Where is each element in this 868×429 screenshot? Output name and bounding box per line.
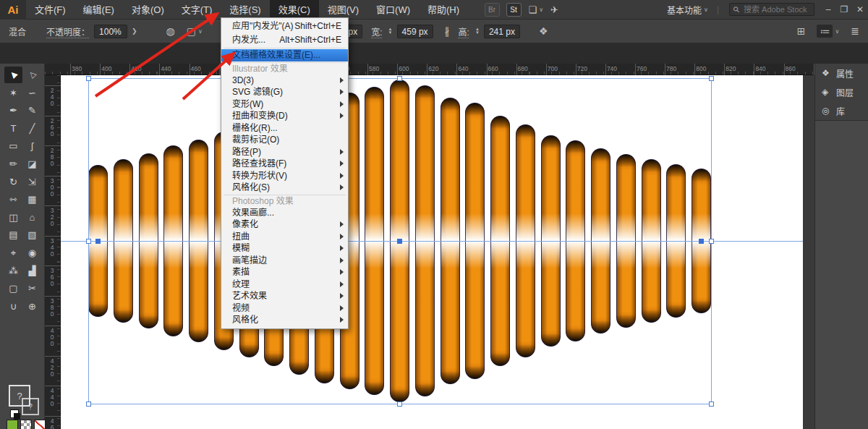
mesh-tool[interactable]: ▤ (4, 226, 22, 243)
zoom-tool[interactable]: ⊕ (23, 298, 41, 315)
transform-reference-icon[interactable]: ❖ (539, 25, 548, 37)
arrange-documents-icon[interactable]: ❏ (529, 4, 537, 15)
gradient-tool[interactable]: ▧ (23, 226, 41, 243)
artboard-tool[interactable]: ▢ (4, 280, 22, 297)
width-tool[interactable]: ⇿ (4, 191, 22, 208)
menubar-item-7[interactable]: 窗口(W) (367, 0, 419, 20)
scale-tool[interactable]: ⇲ (23, 174, 41, 190)
menubar-item-1[interactable]: 编辑(E) (75, 0, 123, 20)
color-swatch[interactable] (7, 420, 18, 429)
rectangle-tool[interactable]: ▭ (4, 137, 22, 154)
menu-item-14[interactable]: 转换为形状(V) (221, 170, 348, 182)
menu-item-7[interactable]: SVG 滤镜(G) (221, 86, 348, 98)
menu-item-1[interactable]: 内发光...Alt+Shift+Ctrl+E (221, 33, 348, 47)
selection-handle-2[interactable] (709, 76, 714, 81)
menubar-item-3[interactable]: 文字(T) (173, 0, 221, 20)
menubar-item-4[interactable]: 选择(S) (221, 0, 269, 20)
selection-handle-1[interactable] (397, 76, 402, 81)
menubar-item-2[interactable]: 对象(O) (123, 0, 173, 20)
curvature-tool[interactable]: ✎ (23, 102, 41, 119)
type-tool[interactable]: T (4, 120, 22, 137)
menu-item-21[interactable]: 模糊 (221, 242, 348, 255)
hand-tool[interactable]: ∪ (4, 298, 22, 315)
grid-options-icon[interactable]: ⊞ (797, 25, 806, 37)
menu-item-24[interactable]: 纹理 (221, 279, 348, 291)
menu-item-10[interactable]: 栅格化(R)... (221, 122, 348, 135)
menu-item-18[interactable]: 效果画廊... (221, 207, 348, 219)
menu-item-19[interactable]: 像素化 (221, 218, 348, 231)
menubar-item-8[interactable]: 帮助(H) (419, 0, 468, 20)
direct-selection-tool[interactable]: ▷ (23, 67, 41, 83)
menu-item-15[interactable]: 风格化(S) (221, 182, 348, 194)
panel-tab-0[interactable]: ❖属性 (815, 64, 868, 82)
close-button[interactable]: ✕ (852, 0, 868, 20)
opacity-menu-arrow[interactable]: ❯ (132, 27, 137, 35)
search-input[interactable] (742, 4, 812, 14)
symbol-sprayer-tool[interactable]: ⁂ (4, 263, 22, 279)
menu-item-6[interactable]: 3D(3) (221, 75, 348, 87)
bounding-box-icon[interactable]: ▢ (187, 25, 196, 37)
column-graph-tool[interactable]: ▟ (23, 263, 41, 279)
menu-item-11[interactable]: 裁剪标记(O) (221, 134, 348, 146)
selection-tool[interactable]: ▶ (4, 67, 22, 83)
gradient-swatch[interactable] (20, 420, 32, 429)
minimize-button[interactable]: – (820, 0, 836, 20)
slice-tool[interactable]: ✂ (23, 280, 41, 297)
bridge-icon[interactable]: Br (485, 3, 500, 17)
menu-item-3[interactable]: 文档栅格效果设置(E)... (221, 49, 348, 61)
width-stepper[interactable]: ▲▼ (388, 27, 393, 35)
selection-handle-0[interactable] (86, 76, 91, 81)
share-icon[interactable]: ✈ (550, 4, 558, 15)
anchor-point-24[interactable] (699, 239, 704, 244)
pen-tool[interactable]: ✒ (4, 102, 22, 119)
menubar-item-6[interactable]: 视图(V) (319, 0, 367, 20)
magic-wand-tool[interactable]: ✶ (4, 85, 22, 101)
restore-button[interactable]: ❐ (836, 0, 852, 20)
lasso-tool[interactable]: ∽ (23, 85, 41, 101)
unlink-dimensions-icon[interactable]: ∦ (445, 25, 450, 37)
fill-indicator[interactable]: ? (9, 385, 30, 407)
opacity-label[interactable]: 不透明度： (46, 25, 90, 38)
line-segment-tool[interactable]: ╱ (23, 120, 41, 137)
panel-layout-icon[interactable]: ≔ (817, 25, 833, 38)
selection-handle-5[interactable] (86, 402, 91, 407)
menu-item-12[interactable]: 路径(P) (221, 146, 348, 158)
height-label[interactable]: 高: (459, 25, 469, 38)
list-options-icon[interactable]: ≣ (851, 25, 859, 37)
selection-handle-3[interactable] (86, 239, 91, 244)
menu-item-25[interactable]: 艺术效果 (221, 290, 348, 302)
anchor-point-12[interactable] (397, 239, 402, 244)
rotate-tool[interactable]: ↻ (4, 174, 22, 190)
width-label[interactable]: 宽: (371, 25, 382, 38)
menu-item-23[interactable]: 素描 (221, 266, 348, 279)
default-fill-stroke-icon[interactable] (10, 409, 19, 418)
blend-tool[interactable]: ◉ (23, 245, 41, 261)
height-field[interactable]: 241 px (484, 25, 520, 38)
eyedropper-tool[interactable]: ⌖ (4, 245, 22, 261)
selection-handle-4[interactable] (709, 239, 714, 244)
selection-handle-7[interactable] (709, 402, 714, 407)
width-field[interactable]: 459 px (397, 25, 433, 38)
menu-item-27[interactable]: 风格化 (221, 314, 348, 326)
perspective-grid-tool[interactable]: ⌂ (23, 209, 41, 226)
menubar-item-0[interactable]: 文件(F) (26, 0, 75, 20)
menu-item-13[interactable]: 路径查找器(F) (221, 158, 348, 170)
workspace-label[interactable]: 基本功能 (667, 4, 702, 16)
menu-item-9[interactable]: 扭曲和变换(D) (221, 110, 348, 122)
menu-item-26[interactable]: 视频 (221, 302, 348, 315)
opacity-field[interactable]: 100% (94, 25, 127, 38)
menu-item-20[interactable]: 扭曲 (221, 231, 348, 243)
adobe-stock-icon[interactable]: St (506, 3, 522, 17)
paintbrush-tool[interactable]: ʃ (23, 137, 41, 154)
height-stepper[interactable]: ▲▼ (475, 27, 480, 35)
menu-item-0[interactable]: 应用"内发光"(A)Shift+Ctrl+E (221, 20, 348, 33)
app-logo[interactable]: Ai (0, 0, 26, 20)
pencil-tool[interactable]: ✏ (4, 156, 22, 172)
selection-handle-6[interactable] (397, 402, 402, 407)
menu-item-8[interactable]: 变形(W) (221, 98, 348, 111)
eraser-tool[interactable]: ◪ (23, 156, 41, 172)
recolor-artwork-icon[interactable]: ◍ (166, 25, 175, 37)
menubar-item-5[interactable]: 效果(C) (270, 0, 319, 20)
panel-tab-1[interactable]: ◈图层 (815, 82, 868, 101)
panel-tab-2[interactable]: ◎库 (815, 101, 868, 120)
